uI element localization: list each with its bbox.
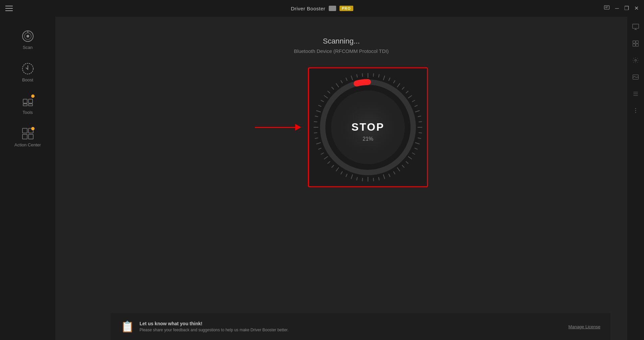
action-center-label: Action Center [14, 142, 41, 147]
pro-badge: PRO [339, 6, 353, 11]
svg-rect-88 [633, 44, 636, 47]
right-panel [627, 17, 644, 340]
svg-line-33 [419, 133, 422, 133]
scan-label: Scan [23, 45, 33, 50]
svg-line-63 [314, 122, 317, 122]
action-center-badge [31, 127, 35, 130]
app-icon [329, 6, 336, 11]
tools-badge [31, 94, 35, 98]
right-list-icon[interactable] [629, 87, 642, 100]
minimize-button[interactable]: ─ [615, 6, 619, 11]
svg-point-5 [26, 35, 29, 38]
sidebar-item-boost[interactable]: Boost [0, 56, 55, 88]
feedback-desc: Please share your feedback and suggestio… [140, 328, 563, 332]
title-bar-right: ─ ❐ ✕ [604, 5, 639, 12]
sidebar-item-scan[interactable]: Scan [0, 23, 55, 56]
svg-line-93 [635, 76, 636, 78]
feedback-icon: 📋 [121, 320, 134, 333]
scan-icon [21, 29, 35, 43]
svg-rect-9 [29, 99, 33, 103]
svg-line-46 [373, 178, 373, 181]
svg-line-24 [402, 87, 404, 89]
svg-rect-89 [636, 44, 639, 47]
svg-line-70 [331, 87, 334, 89]
svg-line-48 [362, 178, 363, 181]
svg-rect-0 [604, 5, 609, 9]
maximize-button[interactable]: ❐ [624, 6, 629, 11]
menu-button[interactable] [5, 6, 13, 11]
sidebar-item-tools[interactable]: Tools [0, 88, 55, 121]
svg-line-55 [327, 161, 330, 164]
boost-icon [21, 62, 35, 75]
right-grid-icon[interactable] [629, 37, 642, 50]
svg-point-99 [635, 108, 636, 109]
feedback-title: Let us know what you think! [140, 321, 563, 326]
svg-line-25 [406, 91, 408, 93]
tools-icon [21, 94, 35, 108]
chat-button[interactable] [604, 5, 610, 12]
svg-line-39 [406, 161, 408, 164]
close-button[interactable]: ✕ [634, 6, 639, 11]
svg-rect-86 [633, 41, 636, 44]
title-bar-left [5, 6, 13, 11]
right-settings-icon[interactable] [629, 54, 642, 67]
scan-progress-box: STOP 21% [308, 67, 428, 187]
sidebar: Scan Boost Tools [0, 17, 55, 340]
svg-line-69 [327, 91, 330, 93]
title-bar: Driver Booster PRO ─ ❐ ✕ [0, 0, 644, 17]
tools-label: Tools [22, 110, 33, 115]
svg-rect-87 [636, 41, 639, 44]
arrow [255, 124, 301, 131]
action-center-icon [21, 127, 35, 140]
svg-line-61 [314, 133, 317, 133]
stop-button[interactable] [334, 94, 401, 161]
bottom-bar: 📋 Let us know what you think! Please sha… [111, 313, 610, 340]
svg-point-90 [635, 60, 637, 61]
svg-rect-15 [29, 134, 33, 139]
svg-rect-12 [22, 128, 27, 133]
app-title: Driver Booster [291, 6, 325, 11]
svg-rect-14 [22, 134, 27, 139]
right-image-icon[interactable] [629, 70, 642, 84]
svg-line-31 [419, 122, 422, 122]
content-area: Scanning... Bluetooth Device (RFCOMM Pro… [55, 17, 627, 340]
scan-device: Bluetooth Device (RFCOMM Protocol TDI) [294, 48, 388, 54]
right-monitor-icon[interactable] [629, 20, 642, 33]
svg-line-40 [402, 165, 404, 167]
right-more-icon[interactable] [629, 104, 642, 117]
svg-rect-83 [633, 24, 639, 28]
svg-line-76 [362, 73, 363, 77]
circle-container: STOP 21% [311, 70, 425, 184]
svg-rect-11 [29, 104, 33, 106]
sidebar-item-action-center[interactable]: Action Center [0, 121, 55, 153]
svg-point-101 [635, 112, 636, 113]
svg-point-100 [635, 110, 636, 111]
main-layout: Scan Boost Tools [0, 17, 644, 340]
svg-line-18 [373, 73, 373, 77]
svg-line-94 [636, 77, 637, 78]
title-bar-center: Driver Booster PRO [291, 6, 353, 11]
manage-license-link[interactable]: Manage License [569, 324, 600, 329]
feedback-text: Let us know what you think! Please share… [140, 321, 563, 332]
boost-label: Boost [22, 77, 33, 82]
svg-rect-8 [23, 99, 27, 103]
svg-rect-10 [23, 104, 27, 106]
svg-line-54 [331, 165, 334, 167]
scan-status: Scanning... [323, 37, 360, 46]
svg-line-92 [633, 76, 635, 78]
